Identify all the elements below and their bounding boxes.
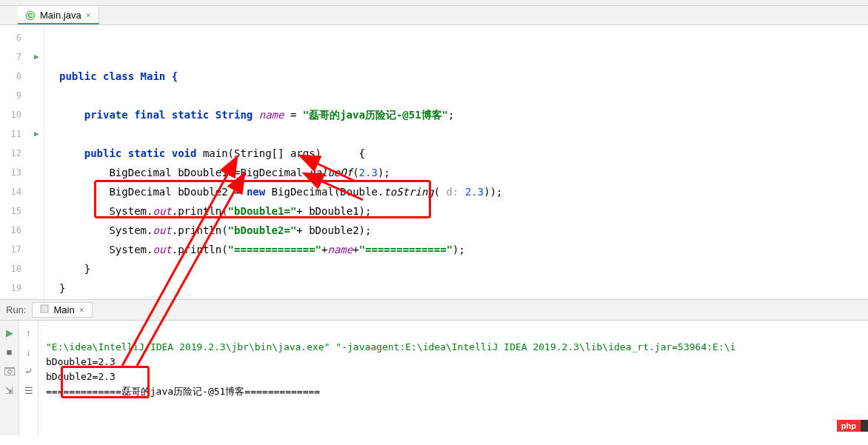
run-icon[interactable]: ▶ (4, 327, 16, 338)
line-number: 6 (0, 28, 21, 47)
svg-rect-3 (4, 368, 15, 375)
svg-text:C: C (28, 12, 33, 19)
console-command: "E:\idea\IntelliJ IDEA 2019.2.3\jbr\bin\… (46, 341, 735, 352)
camera-icon[interactable] (4, 365, 16, 377)
watermark: php (837, 420, 861, 432)
exit-icon[interactable]: ⇲ (4, 384, 16, 396)
tab-main-java[interactable]: C Main.java × (18, 6, 99, 24)
down-arrow-icon[interactable]: ↓ (23, 346, 35, 358)
line-number: 16 (0, 221, 21, 240)
line-number: 14 (0, 182, 21, 201)
code-line: } (59, 263, 90, 275)
run-gutter-icon[interactable]: ▶ (34, 47, 39, 67)
line-number: 11 (0, 124, 21, 144)
code-line: public static void main(String[] args) { (59, 147, 365, 159)
run-panel: Run: Main × ▶ ■ ⇲ ↑ ↓ ⤶ ☰ "E:\idea\Intel… (0, 299, 868, 435)
wrap-icon[interactable]: ⤶ (23, 365, 35, 377)
java-class-icon: C (25, 10, 36, 21)
console-line: bDouble1=2.3 (46, 356, 116, 367)
code-line: System.out.println("bDouble1="+ bDouble1… (59, 205, 371, 217)
console-line: =============磊哥的java历险记-@51博客===========… (46, 386, 320, 397)
console-output[interactable]: "E:\idea\IntelliJ IDEA 2019.2.3\jbr\bin\… (39, 321, 868, 435)
code-line: BigDecimal bDouble1 =BigDecimal.valueOf(… (59, 167, 390, 178)
scroll-icon[interactable]: ☰ (23, 384, 35, 396)
line-number: 19 (0, 278, 21, 298)
line-number: 15 (0, 201, 21, 221)
close-icon[interactable]: × (79, 305, 84, 315)
stop-icon[interactable]: ■ (4, 346, 16, 358)
code-line: System.out.println("bDouble2="+ bDouble2… (59, 224, 371, 236)
run-toolbar-nav: ↑ ↓ ⤶ ☰ (19, 321, 39, 435)
line-number: 13 (0, 163, 21, 182)
code-line: System.out.println("============="+name+… (59, 244, 465, 255)
run-header: Run: Main × (0, 300, 868, 321)
run-gutter-icon[interactable]: ▶ (34, 124, 39, 144)
code-line: public class Main { (59, 70, 178, 82)
top-bar (0, 0, 868, 6)
code-line: private final static String name = "磊哥的j… (59, 109, 454, 121)
line-number: 7 (0, 47, 21, 67)
code-line: } (59, 282, 65, 294)
close-icon[interactable]: × (86, 10, 91, 21)
editor-tabs: C Main.java × (0, 6, 868, 25)
code-line (59, 51, 65, 63)
code-line (59, 90, 65, 101)
console-line: bDouble2=2.3 (46, 371, 116, 382)
gutter: 6 7 ▶ 8 9 10 11 ▶ 12 13 14 15 16 17 18 1… (0, 25, 44, 299)
code-line (59, 128, 65, 140)
line-number: 18 (0, 259, 21, 278)
editor[interactable]: 6 7 ▶ 8 9 10 11 ▶ 12 13 14 15 16 17 18 1… (0, 25, 868, 299)
code-area[interactable]: public class Main { private final static… (44, 25, 868, 299)
code-line: BigDecimal bDouble2 = new BigDecimal(Dou… (59, 186, 503, 198)
tab-filename: Main.java (40, 10, 81, 21)
svg-point-4 (7, 370, 11, 374)
line-number: 8 (0, 67, 21, 86)
run-label: Run: (6, 304, 26, 315)
run-config-icon (40, 304, 49, 315)
line-number: 10 (0, 105, 21, 124)
line-number: 9 (0, 86, 21, 105)
line-number: 12 (0, 144, 21, 163)
run-toolbar-left: ▶ ■ ⇲ (0, 321, 19, 435)
line-number: 17 (0, 240, 21, 259)
up-arrow-icon[interactable]: ↑ (23, 327, 35, 338)
svg-rect-2 (41, 305, 48, 312)
